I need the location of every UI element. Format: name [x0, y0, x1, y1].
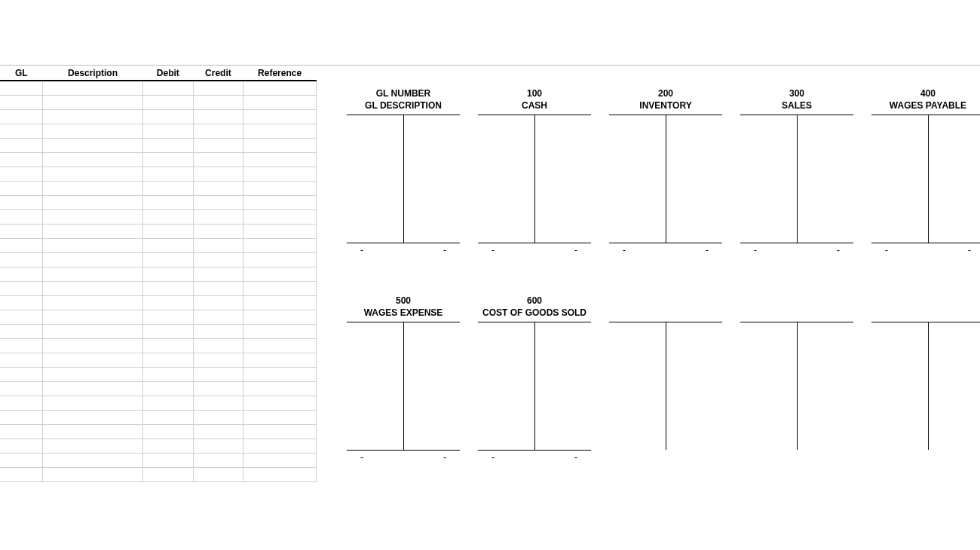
journal-cell[interactable] [143, 310, 194, 324]
journal-row[interactable] [0, 238, 317, 252]
journal-cell[interactable] [143, 453, 194, 467]
journal-cell[interactable] [193, 209, 243, 224]
journal-cell[interactable] [193, 109, 243, 124]
journal-cell[interactable] [243, 267, 317, 281]
journal-cell[interactable] [143, 181, 194, 195]
journal-cell[interactable] [143, 109, 194, 124]
journal-row[interactable] [0, 209, 317, 224]
journal-row[interactable] [0, 181, 317, 195]
journal-cell[interactable] [42, 367, 142, 381]
journal-cell[interactable] [243, 224, 317, 238]
journal-cell[interactable] [0, 209, 42, 224]
journal-cell[interactable] [243, 209, 317, 224]
journal-row[interactable] [0, 152, 317, 167]
journal-cell[interactable] [143, 438, 194, 453]
journal-cell[interactable] [243, 453, 317, 467]
journal-row[interactable] [0, 224, 317, 238]
journal-row[interactable] [0, 281, 317, 295]
journal-cell[interactable] [0, 81, 42, 95]
journal-cell[interactable] [0, 396, 42, 410]
journal-cell[interactable] [42, 467, 142, 481]
journal-cell[interactable] [193, 81, 243, 95]
journal-row[interactable] [0, 295, 317, 310]
journal-cell[interactable] [243, 467, 317, 481]
journal-cell[interactable] [243, 195, 317, 209]
journal-cell[interactable] [0, 281, 42, 295]
journal-cell[interactable] [42, 95, 142, 109]
journal-cell[interactable] [193, 310, 243, 324]
journal-cell[interactable] [243, 281, 317, 295]
journal-row[interactable] [0, 353, 317, 367]
journal-cell[interactable] [193, 438, 243, 453]
journal-cell[interactable] [42, 353, 142, 367]
journal-cell[interactable] [42, 152, 142, 167]
journal-cell[interactable] [243, 238, 317, 252]
journal-row[interactable] [0, 410, 317, 424]
journal-cell[interactable] [193, 281, 243, 295]
journal-row[interactable] [0, 367, 317, 381]
journal-cell[interactable] [143, 195, 194, 209]
journal-cell[interactable] [143, 353, 194, 367]
journal-cell[interactable] [193, 453, 243, 467]
journal-cell[interactable] [42, 324, 142, 338]
journal-cell[interactable] [0, 467, 42, 481]
journal-cell[interactable] [42, 410, 142, 424]
journal-cell[interactable] [0, 410, 42, 424]
journal-cell[interactable] [42, 453, 142, 467]
journal-cell[interactable] [193, 124, 243, 138]
journal-row[interactable] [0, 310, 317, 324]
journal-cell[interactable] [42, 181, 142, 195]
journal-cell[interactable] [42, 209, 142, 224]
journal-row[interactable] [0, 381, 317, 396]
journal-cell[interactable] [143, 324, 194, 338]
journal-cell[interactable] [143, 410, 194, 424]
journal-cell[interactable] [243, 338, 317, 353]
journal-cell[interactable] [193, 467, 243, 481]
journal-cell[interactable] [243, 81, 317, 95]
journal-cell[interactable] [143, 167, 194, 181]
journal-row[interactable] [0, 424, 317, 438]
journal-cell[interactable] [243, 438, 317, 453]
journal-cell[interactable] [0, 310, 42, 324]
journal-cell[interactable] [243, 367, 317, 381]
journal-cell[interactable] [243, 310, 317, 324]
journal-cell[interactable] [243, 396, 317, 410]
journal-cell[interactable] [193, 424, 243, 438]
journal-cell[interactable] [42, 267, 142, 281]
journal-cell[interactable] [0, 181, 42, 195]
journal-row[interactable] [0, 95, 317, 109]
journal-cell[interactable] [243, 353, 317, 367]
journal-cell[interactable] [42, 438, 142, 453]
journal-cell[interactable] [143, 396, 194, 410]
journal-cell[interactable] [243, 424, 317, 438]
journal-cell[interactable] [193, 95, 243, 109]
journal-cell[interactable] [0, 195, 42, 209]
journal-row[interactable] [0, 324, 317, 338]
journal-cell[interactable] [243, 138, 317, 152]
journal-cell[interactable] [0, 338, 42, 353]
journal-cell[interactable] [42, 252, 142, 267]
journal-row[interactable] [0, 252, 317, 267]
journal-cell[interactable] [243, 252, 317, 267]
journal-cell[interactable] [243, 124, 317, 138]
journal-cell[interactable] [0, 138, 42, 152]
journal-cell[interactable] [0, 381, 42, 396]
journal-cell[interactable] [193, 167, 243, 181]
journal-cell[interactable] [143, 367, 194, 381]
journal-cell[interactable] [143, 238, 194, 252]
journal-cell[interactable] [42, 310, 142, 324]
journal-cell[interactable] [143, 467, 194, 481]
journal-cell[interactable] [143, 424, 194, 438]
journal-row[interactable] [0, 109, 317, 124]
journal-cell[interactable] [193, 267, 243, 281]
journal-row[interactable] [0, 396, 317, 410]
journal-cell[interactable] [143, 338, 194, 353]
journal-cell[interactable] [42, 381, 142, 396]
journal-cell[interactable] [0, 353, 42, 367]
journal-cell[interactable] [193, 238, 243, 252]
journal-cell[interactable] [193, 381, 243, 396]
journal-cell[interactable] [0, 295, 42, 310]
journal-cell[interactable] [42, 138, 142, 152]
journal-cell[interactable] [42, 396, 142, 410]
journal-cell[interactable] [243, 181, 317, 195]
